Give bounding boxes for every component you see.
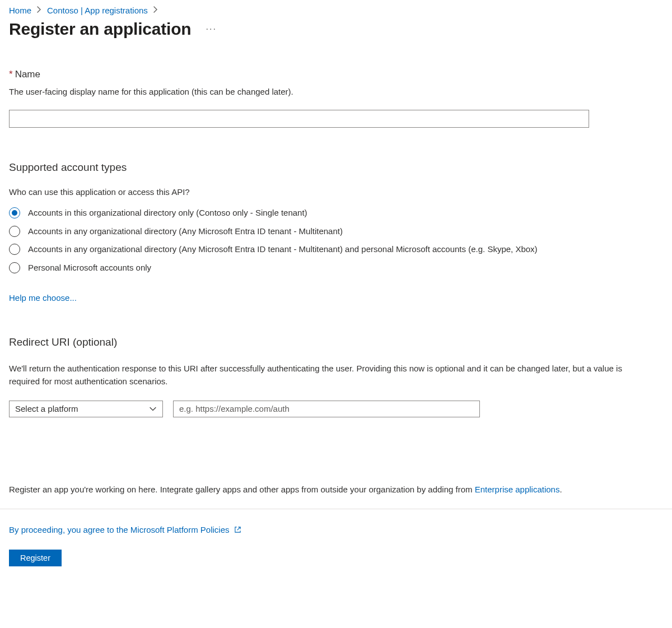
radio-label: Accounts in any organizational directory…	[28, 225, 343, 238]
radio-option-multitenant[interactable]: Accounts in any organizational directory…	[9, 225, 663, 238]
name-field-label: *Name	[9, 69, 663, 80]
bottom-note-suffix: .	[559, 485, 562, 494]
enterprise-applications-link[interactable]: Enterprise applications	[475, 485, 560, 494]
policy-link-text: By proceeding, you agree to the Microsof…	[9, 525, 230, 534]
radio-button-icon	[9, 244, 20, 255]
radio-label: Accounts in any organizational directory…	[28, 243, 538, 256]
redirect-uri-input[interactable]	[173, 401, 480, 417]
radio-button-icon	[9, 226, 20, 237]
radio-option-single-tenant[interactable]: Accounts in this organizational director…	[9, 207, 663, 220]
platform-policies-link[interactable]: By proceeding, you agree to the Microsof…	[9, 525, 241, 534]
radio-option-personal-only[interactable]: Personal Microsoft accounts only	[9, 262, 663, 275]
register-button[interactable]: Register	[9, 550, 62, 566]
account-types-heading: Supported account types	[9, 161, 663, 174]
account-types-sub: Who can use this application or access t…	[9, 187, 663, 197]
radio-button-icon	[9, 262, 20, 273]
radio-label: Accounts in this organizational director…	[28, 207, 307, 220]
account-types-radio-group: Accounts in this organizational director…	[9, 207, 663, 274]
breadcrumb: Home Contoso | App registrations	[9, 6, 663, 15]
help-me-choose-link[interactable]: Help me choose...	[9, 293, 77, 303]
radio-button-icon	[9, 207, 20, 218]
external-link-icon	[234, 525, 241, 535]
required-asterisk: *	[9, 69, 13, 80]
platform-select[interactable]: Select a platform	[9, 401, 163, 417]
radio-label: Personal Microsoft accounts only	[28, 262, 151, 275]
more-actions-button[interactable]: ···	[202, 22, 220, 36]
radio-option-multitenant-personal[interactable]: Accounts in any organizational directory…	[9, 243, 663, 256]
name-field-description: The user-facing display name for this ap…	[9, 87, 663, 96]
redirect-uri-heading: Redirect URI (optional)	[9, 336, 663, 348]
bottom-note: Register an app you're working on here. …	[9, 485, 663, 509]
page-title: Register an application	[9, 20, 191, 39]
bottom-note-prefix: Register an app you're working on here. …	[9, 485, 475, 494]
redirect-uri-description: We'll return the authentication response…	[9, 362, 636, 388]
divider	[0, 509, 672, 509]
breadcrumb-app-registrations[interactable]: Contoso | App registrations	[47, 6, 148, 15]
chevron-right-icon	[37, 6, 41, 15]
breadcrumb-home[interactable]: Home	[9, 6, 31, 15]
name-input[interactable]	[9, 110, 589, 128]
chevron-right-icon	[153, 6, 158, 15]
name-label-text: Name	[15, 69, 40, 80]
chevron-down-icon	[149, 405, 157, 413]
platform-select-value: Select a platform	[15, 404, 78, 413]
